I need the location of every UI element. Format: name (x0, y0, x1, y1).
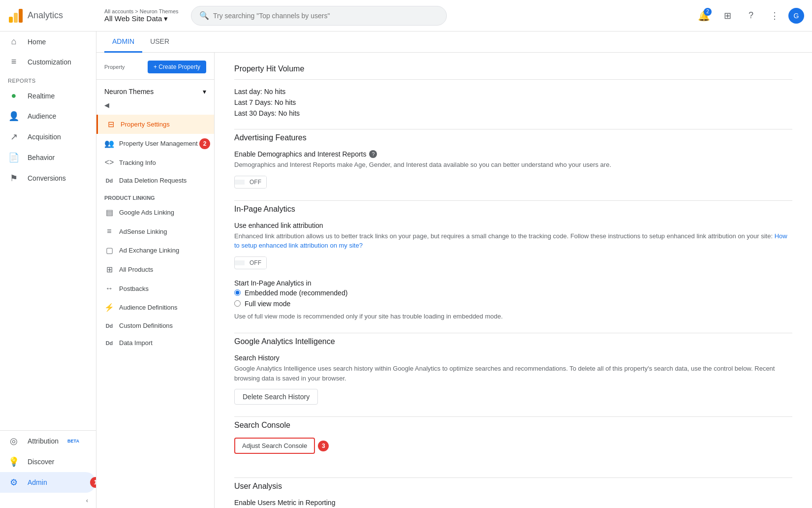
sidebar-label-conversions: Conversions (28, 174, 66, 182)
collapse-icon: ‹ (86, 497, 88, 504)
embedded-mode-option[interactable]: Embedded mode (recommended) (234, 289, 792, 297)
more-vertical-icon: ⋮ (770, 10, 779, 21)
nav-label-property-user-management: Property User Management (119, 140, 198, 147)
settings-content: Property Hit Volume Last day: No hits La… (215, 53, 812, 508)
toggle-left-linkattr[interactable] (235, 260, 245, 265)
inpage-section-header: In-Page Analytics (234, 200, 792, 214)
search-input[interactable] (213, 12, 438, 20)
sidebar-item-discover[interactable]: 💡 Discover (0, 451, 96, 472)
tab-admin[interactable]: ADMIN (104, 32, 142, 53)
apps-button[interactable]: ⊞ (718, 6, 737, 26)
left-sidebar: ⌂ Home ≡ Customization REPORTS ● Realtim… (0, 32, 96, 508)
sidebar-label-acquisition: Acquisition (28, 133, 61, 141)
embedded-mode-radio[interactable] (234, 289, 241, 296)
customization-icon: ≡ (8, 57, 20, 67)
logo-area: Analytics (8, 8, 96, 24)
conversions-icon: ⚑ (8, 173, 20, 184)
nav-item-ad-exchange[interactable]: ▢ Ad Exchange Linking (96, 241, 214, 260)
all-products-icon: ⊞ (104, 265, 114, 274)
sidebar-label-attribution: Attribution (28, 437, 59, 445)
nav-item-adsense[interactable]: ≡ AdSense Linking (96, 222, 214, 241)
admin-body-row: Property + Create Property Neuron Themes… (96, 53, 812, 508)
sidebar-item-conversions[interactable]: ⚑ Conversions (0, 168, 96, 189)
discover-icon: 💡 (8, 456, 20, 467)
google-ads-icon: ▤ (104, 208, 114, 217)
more-options-button[interactable]: ⋮ (765, 6, 784, 26)
notifications-button[interactable]: 🔔 2 (694, 6, 714, 26)
inpage-mode-radio-group: Embedded mode (recommended) Full view mo… (234, 289, 792, 308)
toggle-off-label-linkattr[interactable]: OFF (245, 257, 266, 269)
sidebar-item-attribution[interactable]: ◎ Attribution BETA (0, 431, 96, 451)
nav-label-google-ads: Google Ads Linking (119, 209, 174, 216)
demographics-toggle[interactable]: OFF (234, 176, 792, 189)
link-attr-toggle[interactable]: OFF (234, 256, 792, 269)
search-bar[interactable]: 🔍 (191, 6, 447, 26)
admin-sidebar: Property + Create Property Neuron Themes… (96, 53, 215, 508)
toggle-off-label-demographics[interactable]: OFF (245, 176, 266, 188)
full-view-radio[interactable] (234, 300, 241, 307)
annotation-3: 3 (318, 441, 329, 451)
main-layout: ⌂ Home ≡ Customization REPORTS ● Realtim… (0, 32, 812, 508)
full-view-desc: Use of full view mode is recommended onl… (234, 312, 792, 321)
breadcrumb-bottom[interactable]: All Web Site Data ▾ (104, 14, 183, 23)
beta-badge: BETA (67, 439, 79, 444)
nav-label-tracking-info: Tracking Info (119, 159, 156, 166)
notification-badge: 2 (704, 8, 712, 16)
last-30-value: No hits (279, 109, 300, 117)
app-title: Analytics (28, 10, 63, 21)
search-history-desc: Google Analytics Intelligence uses searc… (234, 364, 792, 383)
sidebar-item-customization[interactable]: ≡ Customization (0, 52, 96, 72)
adjust-search-console-button[interactable]: Adjust Search Console (234, 438, 315, 454)
nav-item-all-products[interactable]: ⊞ All Products (96, 260, 214, 279)
nav-item-audience-definitions[interactable]: ⚡ Audience Definitions (96, 298, 214, 317)
product-linking-label: PRODUCT LINKING (96, 189, 214, 203)
sidebar-collapse-button[interactable]: ‹ (0, 493, 96, 508)
user-analysis-section-header: User Analysis (234, 477, 792, 491)
embedded-mode-label: Embedded mode (recommended) (245, 289, 347, 297)
nav-item-data-deletion[interactable]: Dd Data Deletion Requests (96, 172, 214, 189)
sidebar-label-admin: Admin (28, 478, 47, 486)
nav-item-google-ads[interactable]: ▤ Google Ads Linking (96, 203, 214, 222)
link-attr-toggle-control[interactable]: OFF (234, 256, 267, 269)
nav-item-custom-definitions[interactable]: Dd Custom Definitions (96, 317, 214, 334)
sidebar-label-audience: Audience (28, 112, 56, 120)
demographics-help-icon[interactable]: ? (369, 150, 377, 158)
avatar[interactable]: G (788, 8, 804, 24)
header-icons: 🔔 2 ⊞ ? ⋮ G (694, 6, 804, 26)
sidebar-item-behavior[interactable]: 📄 Behavior (0, 147, 96, 168)
nav-item-property-settings[interactable]: ⊟ Property Settings (96, 115, 214, 134)
property-name: Neuron Themes (104, 88, 154, 95)
create-property-button[interactable]: + Create Property (148, 61, 206, 73)
full-view-option[interactable]: Full view mode (234, 300, 792, 308)
property-settings-icon: ⊟ (106, 120, 116, 129)
last-7-stat: Last 7 Days: No hits (234, 98, 792, 106)
data-deletion-icon: Dd (104, 178, 114, 184)
sidebar-item-acquisition[interactable]: ↗ Acquisition (0, 127, 96, 147)
annotation-1: 1 (90, 477, 96, 488)
nav-item-tracking-info[interactable]: <> Tracking Info (96, 153, 214, 172)
nav-item-postbacks[interactable]: ↔ Postbacks (96, 279, 214, 298)
last-7-label: Last 7 Days (234, 98, 271, 106)
demographics-toggle-control[interactable]: OFF (234, 176, 267, 189)
tab-user[interactable]: USER (142, 32, 177, 53)
back-button[interactable]: ◀ (100, 99, 113, 111)
custom-definitions-icon: Dd (104, 323, 114, 329)
sidebar-item-audience[interactable]: 👤 Audience (0, 106, 96, 127)
sidebar-item-admin[interactable]: ⚙ Admin 1 (0, 472, 96, 493)
nav-item-data-import[interactable]: Dd Data Import (96, 334, 214, 351)
sidebar-item-home[interactable]: ⌂ Home (0, 32, 96, 52)
last-30-stat: Last 30 Days: No hits (234, 109, 792, 117)
admin-icon: ⚙ (8, 477, 20, 488)
nav-label-property-settings: Property Settings (121, 121, 170, 128)
attribution-icon: ◎ (8, 436, 20, 446)
toggle-left-demographics[interactable] (235, 180, 245, 185)
realtime-icon: ● (8, 91, 20, 101)
sidebar-label-behavior: Behavior (28, 154, 55, 161)
nav-item-property-user-management[interactable]: 👥 Property User Management 2 (96, 134, 214, 153)
users-metric-title: Enable Users Metric in Reporting (234, 499, 792, 507)
property-dropdown[interactable]: Neuron Themes ▾ (96, 84, 214, 99)
help-button[interactable]: ? (741, 6, 761, 26)
delete-search-history-button[interactable]: Delete Search History (234, 389, 318, 405)
nav-label-data-import: Data Import (119, 339, 153, 347)
sidebar-item-realtime[interactable]: ● Realtime (0, 86, 96, 106)
